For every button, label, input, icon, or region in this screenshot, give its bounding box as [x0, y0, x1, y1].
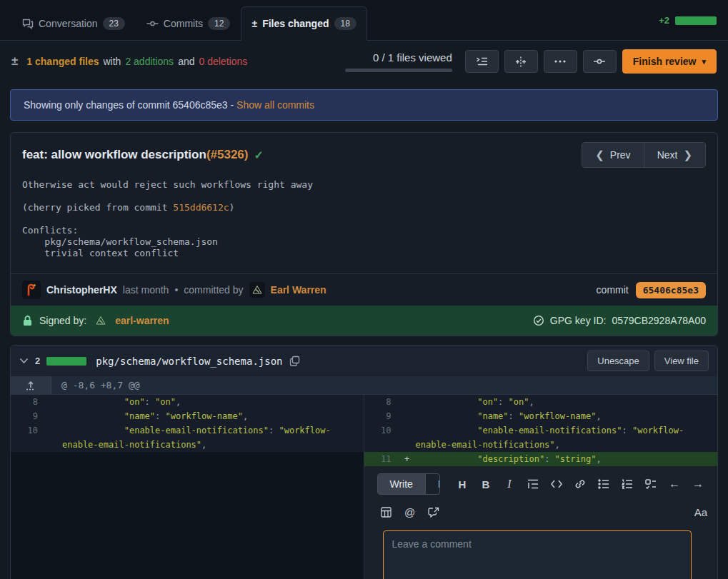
diff-line-10[interactable]: 10 "enable-email-notifications": "workfl… [11, 423, 364, 452]
hunk-header-text: @ -8,6 +8,7 @@ [51, 376, 150, 394]
unordered-list-icon [598, 479, 609, 489]
mention-button[interactable]: @ [401, 503, 419, 521]
unordered-list-button[interactable] [594, 475, 613, 493]
view-file-button[interactable]: View file [654, 351, 709, 371]
commit-word-label: commit [597, 284, 629, 296]
prev-commit-button[interactable]: ❮ Prev [582, 143, 643, 167]
diff-line-8[interactable]: 8 "on": "on", [364, 395, 718, 409]
issue-ref-link[interactable]: (#5326) [206, 148, 249, 162]
code-icon [551, 480, 562, 488]
files-viewed-label: 0 / 1 files viewed [373, 51, 452, 64]
task-list-button[interactable] [642, 475, 660, 493]
ordered-list-button[interactable] [618, 475, 637, 493]
file-diff-header: 2 pkg/schema/workflow_schema.json Unesca… [11, 346, 717, 376]
signer-avatar[interactable] [93, 313, 109, 328]
committer-avatar[interactable] [249, 282, 265, 298]
next-label: Next [657, 149, 678, 161]
finish-review-button[interactable]: Finish review ▾ [622, 49, 717, 74]
diff-line-8[interactable]: 8 "on": "on", [11, 395, 364, 409]
commit-date: last month [123, 284, 169, 296]
chevron-right-icon: ❯ [683, 148, 692, 161]
diff-line-11[interactable]: 11+ "description": "string", [364, 452, 718, 466]
diff-options-button[interactable] [544, 50, 577, 73]
diff-line-9[interactable]: 9 "name": "workflow-name", [364, 409, 718, 423]
tab-commits[interactable]: Commits 12 [136, 6, 241, 40]
ordered-list-icon [622, 479, 633, 489]
copy-path-icon[interactable] [289, 356, 300, 366]
diff-icon: ± [251, 18, 257, 29]
prev-label: Prev [610, 149, 631, 161]
cross-reference-icon [428, 507, 439, 518]
file-path[interactable]: pkg/schema/workflow_schema.json [96, 356, 282, 367]
diff-empty-area [11, 452, 364, 579]
comment-textarea[interactable] [383, 530, 692, 579]
bold-button[interactable]: B [477, 475, 495, 493]
ci-success-icon[interactable]: ✓ [254, 148, 263, 162]
commit-nav: ❮ Prev Next ❯ [582, 142, 706, 168]
author-name-link[interactable]: ChristopherHX [46, 284, 117, 296]
link-button[interactable] [571, 475, 589, 493]
monospace-toggle[interactable]: Aa [694, 506, 707, 518]
tab-conversation[interactable]: Conversation 23 [11, 6, 136, 40]
table-button[interactable] [377, 503, 396, 521]
collapse-file-icon[interactable] [19, 358, 29, 364]
preview-tab[interactable]: Preview [425, 474, 440, 494]
heading-button[interactable]: H [453, 475, 472, 493]
diff-view-toggle-button[interactable] [504, 50, 538, 73]
diff-line-10[interactable]: 10 "enable-email-notifications": "workfl… [364, 423, 718, 452]
pr-diff-stat: +2 [659, 15, 717, 40]
additions-count: +2 [659, 15, 669, 26]
caret-down-icon: ▾ [702, 57, 706, 66]
expand-hunk-button[interactable] [11, 376, 51, 394]
changed-files-link[interactable]: 1 changed files [26, 56, 99, 67]
editor-toolbar: H B I [453, 475, 707, 493]
committer-name-link[interactable]: Earl Warren [271, 284, 326, 296]
tab-files-changed[interactable]: ± Files changed 18 [241, 6, 367, 41]
summary-text: and [178, 56, 194, 67]
tab-conversation-label: Conversation [39, 18, 98, 29]
deletions-text: 0 deletions [199, 56, 247, 67]
file-tree-toggle-button[interactable] [465, 50, 499, 73]
tab-commits-label: Commits [164, 18, 203, 29]
pr-tab-bar: Conversation 23 Commits 12 ± Files chang… [0, 0, 728, 41]
commit-message: Otherwise act would reject such workflow… [11, 173, 717, 273]
unescape-button[interactable]: Unescape [587, 351, 649, 371]
italic-button[interactable]: I [500, 475, 519, 493]
conversation-icon [22, 18, 34, 29]
ellipsis-icon [554, 60, 566, 63]
commit-filter-banner: Showing only changes of commit 65406c85e… [10, 89, 718, 121]
comment-editor: Write Preview H B I [364, 466, 718, 579]
signed-by-label: Signed by: [39, 315, 86, 326]
commit-title: feat: allow workflow description [22, 148, 206, 162]
task-list-icon [645, 479, 657, 489]
code-button[interactable] [547, 475, 566, 493]
show-all-commits-link[interactable]: Show all commits [236, 99, 314, 111]
reference-button[interactable] [424, 503, 443, 521]
finish-review-label: Finish review [633, 56, 697, 67]
commit-details-box: feat: allow workflow description (#5326)… [10, 132, 718, 336]
commits-button[interactable] [583, 50, 617, 73]
committed-by-label: committed by [184, 284, 243, 296]
quote-button[interactable] [524, 475, 542, 493]
commit-icon [593, 56, 606, 66]
split-view-icon [514, 56, 527, 67]
diff-icon: ± [11, 54, 18, 69]
commit-sha-badge[interactable]: 65406c85e3 [636, 282, 706, 298]
signer-name-link[interactable]: earl-warren [115, 315, 169, 326]
diff-line-9[interactable]: 9 "name": "workflow-name", [11, 409, 364, 423]
tab-files-changed-label: Files changed [262, 18, 329, 29]
additions-text: 2 additions [125, 56, 174, 67]
indent-left-button[interactable]: ← [665, 475, 684, 493]
next-commit-button[interactable]: Next ❯ [644, 143, 705, 167]
write-tab[interactable]: Write [378, 474, 425, 494]
author-avatar[interactable] [22, 281, 41, 299]
verified-icon [533, 315, 544, 326]
diff-hunk-row: @ -8,6 +8,7 @@ [11, 376, 717, 395]
split-diff: 8 "on": "on",9 "name": "workflow-name",1… [11, 395, 717, 579]
files-viewed-bar [345, 69, 452, 72]
indent-right-button[interactable]: → [689, 475, 707, 493]
diff-summary-row: ± 1 changed files with 2 additions and 0… [0, 41, 728, 84]
commits-count-badge: 12 [208, 17, 230, 30]
file-tree-icon [476, 56, 488, 66]
dot-separator: • [174, 284, 178, 296]
